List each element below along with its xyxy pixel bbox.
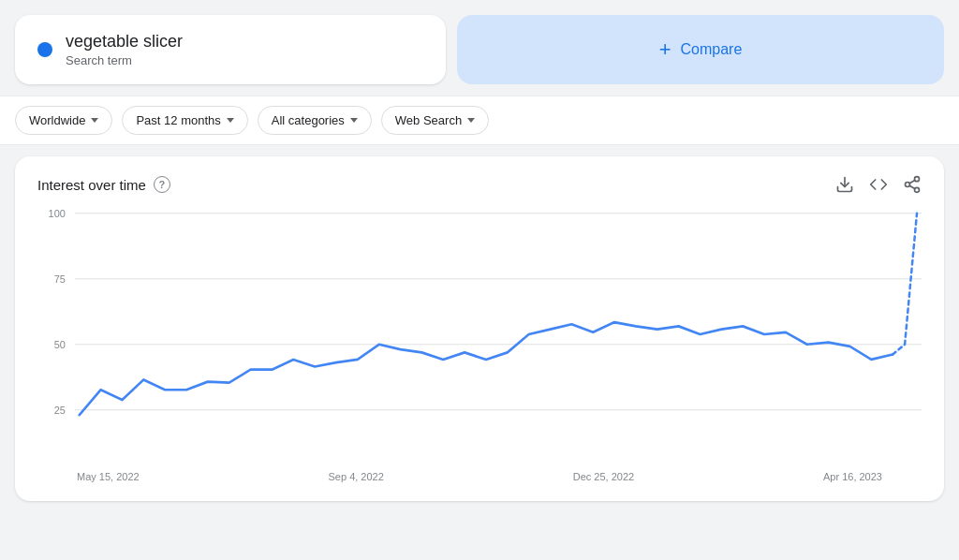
filters-bar: Worldwide Past 12 months All categories … bbox=[0, 96, 959, 145]
chart-svg: 100 75 50 25 bbox=[37, 203, 922, 465]
search-type-filter[interactable]: Web Search bbox=[381, 106, 489, 135]
card-header: Interest over time ? bbox=[37, 175, 922, 194]
location-filter-label: Worldwide bbox=[29, 113, 85, 127]
embed-icon[interactable] bbox=[869, 175, 888, 194]
svg-text:25: 25 bbox=[54, 405, 66, 416]
svg-text:75: 75 bbox=[54, 273, 66, 285]
time-chevron-icon bbox=[227, 118, 234, 123]
share-icon[interactable] bbox=[903, 175, 922, 194]
search-type-filter-label: Web Search bbox=[395, 113, 462, 127]
search-term-card: vegetable slicer Search term bbox=[15, 15, 446, 84]
location-filter[interactable]: Worldwide bbox=[15, 106, 112, 135]
x-label-1: May 15, 2022 bbox=[77, 471, 140, 482]
search-term-subtitle: Search term bbox=[66, 53, 183, 67]
card-title-area: Interest over time ? bbox=[37, 176, 170, 193]
category-filter[interactable]: All categories bbox=[258, 106, 372, 135]
search-term-title: vegetable slicer bbox=[66, 32, 183, 52]
card-actions bbox=[835, 175, 922, 194]
card-title: Interest over time bbox=[37, 177, 146, 193]
time-filter-label: Past 12 months bbox=[136, 113, 220, 127]
x-label-2: Sep 4, 2022 bbox=[329, 471, 384, 482]
location-chevron-icon bbox=[91, 118, 98, 123]
svg-text:50: 50 bbox=[54, 339, 66, 350]
time-filter[interactable]: Past 12 months bbox=[122, 106, 247, 135]
chart-area: 100 75 50 25 bbox=[37, 203, 922, 465]
svg-line-4 bbox=[909, 185, 915, 188]
top-area: vegetable slicer Search term + Compare bbox=[0, 0, 959, 96]
download-icon[interactable] bbox=[835, 175, 854, 194]
search-term-text-block: vegetable slicer Search term bbox=[66, 32, 183, 67]
compare-plus-icon: + bbox=[659, 37, 671, 62]
svg-line-5 bbox=[909, 180, 915, 183]
x-label-3: Dec 25, 2022 bbox=[573, 471, 634, 482]
svg-text:100: 100 bbox=[49, 208, 66, 219]
help-icon[interactable]: ? bbox=[154, 176, 170, 193]
category-filter-label: All categories bbox=[272, 113, 345, 127]
interest-over-time-card: Interest over time ? bbox=[15, 156, 944, 501]
x-axis-labels: May 15, 2022 Sep 4, 2022 Dec 25, 2022 Ap… bbox=[37, 465, 922, 482]
compare-label: Compare bbox=[681, 41, 743, 58]
compare-card[interactable]: + Compare bbox=[457, 15, 944, 84]
search-type-chevron-icon bbox=[467, 118, 475, 123]
search-term-dot bbox=[37, 42, 52, 57]
x-label-4: Apr 16, 2023 bbox=[823, 471, 882, 482]
category-chevron-icon bbox=[350, 118, 358, 123]
